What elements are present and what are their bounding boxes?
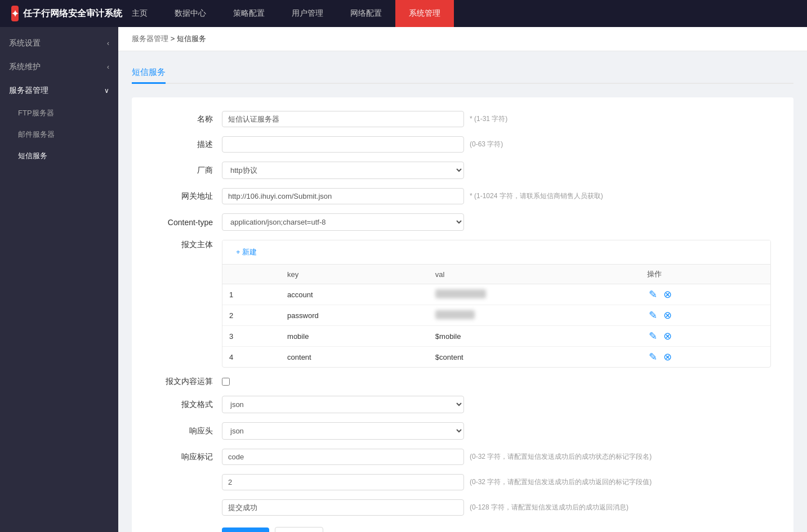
input-gateway[interactable]	[222, 188, 464, 204]
table-row: 4 content $content ✎ ⊗	[222, 347, 770, 368]
form-row-gateway: 网关地址 * (1-1024 字符，请联系短信商销售人员获取)	[154, 188, 771, 204]
add-row-button[interactable]: + 新建	[229, 244, 264, 261]
form-row-vendor: 厂商 http协议	[154, 162, 771, 179]
submit-button[interactable]: 提交	[222, 527, 269, 532]
tab-sms-service[interactable]: 短信服务	[132, 62, 166, 84]
layout: 系统设置 ‹ 系统维护 ‹ 服务器管理 ∨ FTP服务器 邮件服务器 短信服务 …	[0, 27, 807, 532]
cell-key: account	[280, 284, 429, 305]
cell-ops: ✎ ⊗	[640, 284, 770, 305]
sidebar: 系统设置 ‹ 系统维护 ‹ 服务器管理 ∨ FTP服务器 邮件服务器 短信服务	[0, 27, 118, 532]
input-response-mark2[interactable]	[222, 474, 464, 490]
hint-response-mark2: (0-32 字符，请配置短信发送成功后的成功返回的标记字段值)	[470, 477, 652, 487]
msg-body-header: + 新建	[222, 240, 770, 265]
input-response-mark[interactable]	[222, 449, 464, 465]
col-ops: 操作	[640, 265, 770, 284]
main-content: 服务器管理 > 短信服务 短信服务 名称 * (1-31 字符) 描述	[118, 27, 807, 532]
label-content-type: Content-type	[154, 218, 222, 227]
tab-bar: 短信服务	[132, 62, 793, 84]
nav-network[interactable]: 网络配置	[337, 0, 395, 27]
msg-table: key val 操作 1 account	[222, 265, 770, 367]
cell-val: $mobile	[429, 326, 640, 347]
delete-icon[interactable]: ⊗	[662, 289, 673, 300]
logo-icon: ✦	[11, 6, 19, 21]
edit-icon[interactable]: ✎	[647, 289, 658, 300]
page-area: 短信服务 名称 * (1-31 字符) 描述 (0-63 字符)	[118, 51, 807, 532]
form-row-response-mark: 响应标记 (0-32 字符，请配置短信发送成功后的成功状态的标记字段名)	[154, 449, 771, 465]
hint-response-mark: (0-32 字符，请配置短信发送成功后的成功状态的标记字段名)	[470, 452, 652, 462]
hint-gateway: * (1-1024 字符，请联系短信商销售人员获取)	[470, 191, 603, 201]
sidebar-item-sms[interactable]: 短信服务	[0, 145, 118, 167]
form-row-response-mark2: (0-32 字符，请配置短信发送成功后的成功返回的标记字段值)	[154, 474, 771, 490]
hint-response-mark3: (0-128 字符，请配置短信发送成功后的成功返回消息)	[470, 503, 628, 512]
sidebar-item-ftp[interactable]: FTP服务器	[0, 102, 118, 124]
nav-system-mgmt[interactable]: 系统管理	[395, 0, 454, 27]
select-response-head[interactable]: json	[222, 422, 464, 440]
label-body-calc: 报文内容运算	[154, 377, 222, 387]
chevron-down-icon: ∨	[104, 87, 109, 95]
app-logo: ✦ 任子行网络安全审计系统	[0, 6, 118, 21]
breadcrumb: 服务器管理 > 短信服务	[118, 27, 807, 51]
select-format[interactable]: json	[222, 396, 464, 413]
app-title: 任子行网络安全审计系统	[23, 8, 122, 20]
nav-home[interactable]: 主页	[118, 0, 161, 27]
nav-items: 主页 数据中心 策略配置 用户管理 网络配置 系统管理	[118, 0, 807, 27]
breadcrumb-current: 短信服务	[177, 34, 206, 43]
edit-icon[interactable]: ✎	[647, 330, 658, 342]
sidebar-group-system-settings[interactable]: 系统设置 ‹	[0, 32, 118, 55]
label-gateway: 网关地址	[154, 191, 222, 202]
cell-val	[429, 305, 640, 326]
label-body: 报文主体	[154, 240, 222, 250]
form-row-format: 报文格式 json	[154, 396, 771, 413]
blurred-value-sm	[435, 310, 475, 319]
form-row-response-mark3: (0-128 字符，请配置短信发送成功后的成功返回消息)	[154, 499, 771, 516]
breadcrumb-parent[interactable]: 服务器管理	[132, 34, 168, 43]
form-actions: 提交 取消	[154, 527, 771, 532]
table-row: 1 account ✎ ⊗	[222, 284, 770, 305]
form-row-body-calc: 报文内容运算	[154, 377, 771, 387]
cell-no: 1	[222, 284, 280, 305]
edit-icon[interactable]: ✎	[647, 351, 658, 363]
hint-desc: (0-63 字符)	[470, 140, 503, 149]
label-desc: 描述	[154, 140, 222, 150]
input-name[interactable]	[222, 111, 464, 127]
delete-icon[interactable]: ⊗	[662, 330, 673, 342]
select-vendor[interactable]: http协议	[222, 162, 464, 179]
cell-no: 4	[222, 347, 280, 368]
form-row-name: 名称 * (1-31 字符)	[154, 111, 771, 127]
edit-icon[interactable]: ✎	[647, 310, 658, 321]
input-response-mark3[interactable]	[222, 499, 464, 516]
label-vendor: 厂商	[154, 166, 222, 176]
cell-no: 2	[222, 305, 280, 326]
message-body-area: + 新建 key val 操作	[222, 240, 771, 368]
nav-strategy[interactable]: 策略配置	[220, 0, 278, 27]
select-content-type[interactable]: application/json;charset=utf-8	[222, 213, 464, 231]
sidebar-item-mail[interactable]: 邮件服务器	[0, 124, 118, 145]
delete-icon[interactable]: ⊗	[662, 310, 673, 321]
chevron-left-icon: ‹	[107, 39, 109, 47]
nav-user-mgmt[interactable]: 用户管理	[278, 0, 337, 27]
cell-ops: ✎ ⊗	[640, 326, 770, 347]
nav-data-center[interactable]: 数据中心	[161, 0, 220, 27]
delete-icon[interactable]: ⊗	[662, 351, 673, 363]
form-row-response-head: 响应头 json	[154, 422, 771, 440]
form-row-content-type: Content-type application/json;charset=ut…	[154, 213, 771, 231]
form-row-desc: 描述 (0-63 字符)	[154, 136, 771, 153]
cancel-button[interactable]: 取消	[275, 527, 323, 532]
cell-key: mobile	[280, 326, 429, 347]
table-row: 3 mobile $mobile ✎ ⊗	[222, 326, 770, 347]
col-key: key	[280, 265, 429, 284]
cell-ops: ✎ ⊗	[640, 347, 770, 368]
sidebar-group-system-maintenance[interactable]: 系统维护 ‹	[0, 55, 118, 79]
sidebar-group-server-mgmt[interactable]: 服务器管理 ∨	[0, 79, 118, 102]
form-row-body: 报文主体 + 新建 key val 操作	[154, 240, 771, 368]
label-response-mark: 响应标记	[154, 452, 222, 462]
form-container: 名称 * (1-31 字符) 描述 (0-63 字符) 厂商 http协议	[132, 97, 793, 532]
col-no	[222, 265, 280, 284]
hint-name: * (1-31 字符)	[470, 114, 507, 124]
input-desc[interactable]	[222, 136, 464, 153]
checkbox-body-calc[interactable]	[222, 378, 230, 386]
blurred-value	[435, 289, 486, 298]
cell-val	[429, 284, 640, 305]
label-response-head: 响应头	[154, 426, 222, 436]
table-row: 2 password ✎ ⊗	[222, 305, 770, 326]
